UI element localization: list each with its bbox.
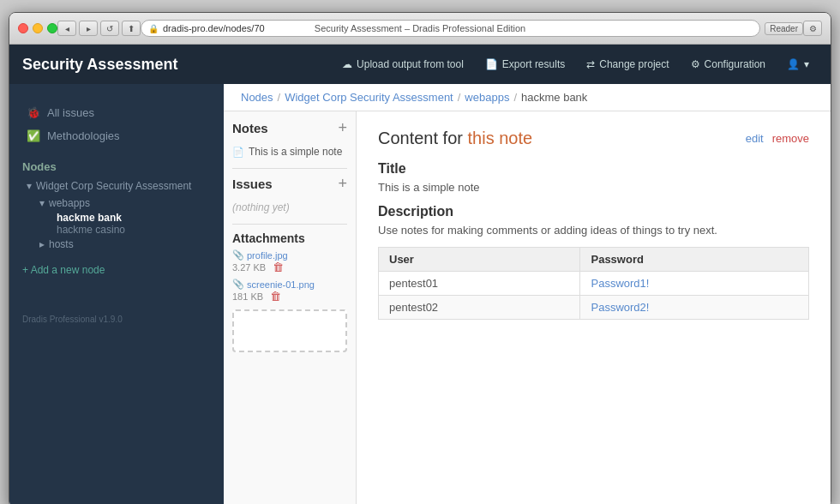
breadcrumb-current: hackme bank [521,91,587,104]
sep-3: / [513,91,517,104]
breadcrumb-project[interactable]: Widget Corp Security Assessment [285,91,453,104]
sidebar-item-methodologies[interactable]: ✅ Methodologies [22,124,211,147]
add-note-button[interactable]: + [338,120,347,135]
forward-button[interactable]: ▸ [79,21,98,36]
notes-panel: Notes + 📄 This is a simple note Issues + [224,111,357,504]
close-button[interactable] [18,23,28,33]
node-hosts[interactable]: ▸ hosts [27,236,224,253]
clip-icon-2: 📎 [232,279,244,290]
title-section-heading: Title [378,161,809,177]
attachment-2-size: 181 KB [232,291,263,302]
main-layout: 🐞 All issues ✅ Methodologies Nodes ▾ Wid… [9,84,831,504]
attachment-1-name[interactable]: 📎 profile.jpg [232,249,347,261]
all-issues-label: All issues [47,106,94,119]
methodologies-label: Methodologies [47,129,120,142]
remove-link[interactable]: remove [772,132,809,145]
top-nav-actions: ☁ Upload output from tool 📄 Export resul… [333,54,818,75]
attachment-2-name[interactable]: 📎 screenie-01.png [232,279,347,290]
notes-header: Notes + [232,120,347,135]
issues-header: Issues + [232,176,347,191]
back-button[interactable]: ◂ [57,21,76,36]
webapps-children: hackme bank hackme casino [27,212,224,236]
config-icon: ⚙ [691,58,700,70]
caret-down-icon-webapps: ▾ [39,197,45,209]
issues-empty: (nothing yet) [232,198,347,217]
sidebar-item-all-issues[interactable]: 🐞 All issues [22,101,211,124]
export-icon: 📄 [485,58,498,70]
sep-2: / [458,91,461,104]
user-menu-button[interactable]: 👤 ▾ [778,54,818,75]
breadcrumb: Nodes / Widget Corp Security Assessment … [224,84,831,111]
add-issue-button[interactable]: + [338,176,347,191]
doc-icon: 📄 [232,147,244,158]
caret-right-icon-hosts: ▸ [39,238,45,250]
this-note-highlight: this note [468,129,533,147]
refresh-button[interactable]: ↺ [100,21,119,36]
minimize-button[interactable] [33,23,43,33]
add-node-button[interactable]: + Add a new node [9,260,224,280]
clip-icon-1: 📎 [232,249,244,261]
brand-title: Security Assessment [22,56,177,74]
issues-title: Issues [232,177,273,191]
attachment-1-delete[interactable]: 🗑 [273,261,284,273]
configuration-button[interactable]: ⚙ Configuration [682,54,774,75]
upload-drop-zone[interactable] [232,309,347,352]
upload-button[interactable]: ☁ Upload output from tool [333,54,472,75]
browser-window: ◂ ▸ ↺ ⬆ 🔒 dradis-pro.dev/nodes/70 Reader… [9,12,831,504]
sidebar-footer: Dradis Professional v1.9.0 [9,306,224,333]
attachments-title: Attachments [232,231,347,245]
check-icon: ✅ [27,129,40,142]
top-nav: Security Assessment ☁ Upload output from… [9,45,831,84]
attachment-2-meta: 181 KB 🗑 [232,290,347,303]
caret-icon: ▾ [804,58,809,70]
node-root[interactable]: ▾ Widget Corp Security Assessment [14,177,224,195]
share-button[interactable]: ⬆ [122,21,141,36]
attachment-2: 📎 screenie-01.png 181 KB 🗑 [232,279,347,303]
edit-link[interactable]: edit [746,132,764,145]
config-label: Configuration [705,58,765,70]
url-text: dradis-pro.dev/nodes/70 [163,23,265,33]
traffic-lights [18,23,57,33]
change-icon: ⇄ [586,58,595,70]
node-hackme-casino[interactable]: hackme casino [39,224,224,236]
attachment-2-delete[interactable]: 🗑 [270,290,281,303]
ssl-icon: 🔒 [148,24,159,33]
description-text: Use notes for making comments or adding … [378,224,809,237]
sidebar: 🐞 All issues ✅ Methodologies Nodes ▾ Wid… [9,84,224,504]
breadcrumb-nodes[interactable]: Nodes [241,91,273,104]
export-label: Export results [502,58,565,70]
breadcrumb-webapps[interactable]: webapps [465,91,509,104]
bug-icon: 🐞 [27,106,40,119]
webapps-label: webapps [49,197,90,209]
attachment-1-size: 3.27 KB [232,262,266,273]
change-project-button[interactable]: ⇄ Change project [578,54,677,75]
panel-divider-1 [232,168,347,169]
node-hackme-bank[interactable]: hackme bank [39,212,224,224]
table-row: pentest02 Password2! [379,296,809,320]
app: Security Assessment ☁ Upload output from… [9,45,831,504]
description-section-heading: Description [378,204,809,219]
notes-title: Notes [232,121,268,135]
reader-button[interactable]: Reader [765,22,803,35]
panel-divider-2 [232,224,347,225]
node-webapps[interactable]: ▾ webapps [27,195,224,212]
password-1: Password1! [580,272,809,296]
note-actions: edit remove [746,132,809,145]
window-title: Security Assessment – Dradis Professiona… [315,23,525,33]
node-children: ▾ webapps hackme bank hackme casino ▸ ho… [14,195,224,253]
split-content: Notes + 📄 This is a simple note Issues + [224,111,831,504]
attachment-1: 📎 profile.jpg 3.27 KB 🗑 [232,249,347,273]
nav-buttons: ◂ ▸ ↺ ⬆ [57,21,141,36]
table-row: pentest01 Password1! [379,272,809,296]
note-item[interactable]: 📄 This is a simple note [232,142,347,161]
maximize-button[interactable] [47,23,57,33]
settings-button[interactable]: ⚙ [803,21,822,36]
user-1: pentest01 [379,272,580,296]
export-button[interactable]: 📄 Export results [477,54,573,75]
hosts-label: hosts [49,238,74,250]
browser-titlebar: ◂ ▸ ↺ ⬆ 🔒 dradis-pro.dev/nodes/70 Reader… [9,13,831,45]
user-2: pentest02 [379,296,580,320]
note-item-label: This is a simple note [249,146,342,158]
table-header-password: Password [580,248,809,272]
sep-1: / [278,91,281,104]
